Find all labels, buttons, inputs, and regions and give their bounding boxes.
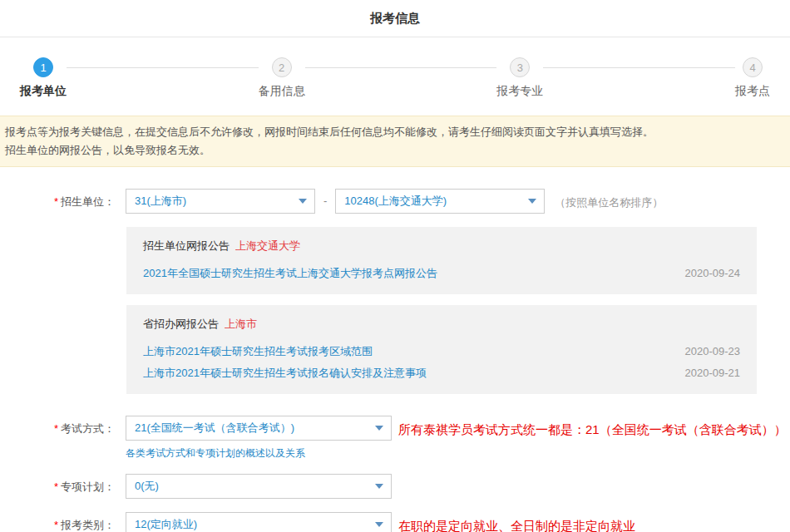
category-label: *报考类别： [0, 512, 115, 532]
required-asterisk: * [54, 195, 58, 208]
notice-link-row: 上海市2021年硕士研究生招生考试报名确认安排及注意事项 2020-09-21 [143, 366, 740, 381]
exam-method-select[interactable]: 21(全国统一考试（含联合考试）) [126, 416, 392, 441]
step-2-label: 备用信息 [259, 84, 305, 99]
province-notice-link-2[interactable]: 上海市2021年硕士研究生招生考试报名确认安排及注意事项 [143, 366, 427, 381]
step-3-indicator: 3 [510, 57, 530, 77]
province-select-value: 31(上海市) [135, 194, 186, 209]
field-row-special-plan: *专项计划： 0(无) [0, 474, 790, 499]
dropdown-caret-icon [299, 199, 307, 204]
step-2-indicator: 2 [272, 57, 292, 77]
school-select-value: 10248(上海交通大学) [344, 194, 447, 209]
field-row-admission-unit: *招生单位： 31(上海市) - 10248(上海交通大学) （按照单位名称排序… [0, 189, 790, 214]
special-plan-select[interactable]: 0(无) [126, 474, 392, 499]
step-3-label: 报考专业 [496, 84, 543, 99]
category-select[interactable]: 12(定向就业) [126, 512, 392, 532]
wizard-stepper: 1 报考单位 2 备用信息 3 报考专业 4 报考点 [0, 37, 790, 111]
dropdown-caret-icon [375, 522, 383, 527]
exam-method-label: *考试方式： [0, 416, 115, 461]
step-4-label: 报考点 [735, 84, 770, 99]
field-row-category: *报考类别： 12(定向就业) 在职的是定向就业、全日制的是非定向就业 硕士生录… [0, 512, 790, 532]
category-select-value: 12(定向就业) [135, 517, 197, 532]
step-connector [543, 67, 735, 68]
step-connector [67, 67, 259, 68]
warning-banner: 报考点等为报考关键信息，在提交信息后不允许修改，网报时间结束后任何信息均不能修改… [0, 116, 790, 167]
step-1-indicator: 1 [33, 57, 53, 77]
unit-separator: - [323, 189, 327, 207]
exam-method-annotation: 所有泰祺学员考试方式统一都是：21（全国统一考试（含联合考试）） [398, 416, 787, 439]
province-notice-title: 省招办网报公告 [143, 318, 219, 330]
notice-link-row: 上海市2021年硕士研究生招生考试报考区域范围 2020-09-23 [143, 344, 740, 359]
notice-date: 2020-09-23 [685, 345, 741, 357]
registration-form: *招生单位： 31(上海市) - 10248(上海交通大学) （按照单位名称排序… [0, 167, 790, 532]
unit-notice-title: 招生单位网报公告 [143, 239, 230, 252]
admission-unit-label: *招生单位： [0, 189, 115, 214]
required-asterisk: * [54, 480, 58, 493]
special-plan-label: *专项计划： [0, 474, 115, 499]
step-1-label: 报考单位 [20, 84, 67, 99]
dropdown-caret-icon [528, 199, 536, 204]
special-plan-select-value: 0(无) [135, 479, 159, 494]
province-notice-box: 省招办网报公告上海市 上海市2021年硕士研究生招生考试报考区域范围 2020-… [126, 305, 757, 394]
dropdown-caret-icon [375, 484, 383, 489]
dropdown-caret-icon [375, 426, 383, 431]
required-asterisk: * [54, 422, 58, 435]
required-asterisk: * [54, 519, 58, 531]
province-select[interactable]: 31(上海市) [126, 189, 315, 214]
exam-method-help-link[interactable]: 各类考试方式和专项计划的概述以及关系 [126, 446, 305, 461]
sort-order-hint: （按照单位名称排序） [555, 189, 663, 210]
unit-notice-highlight: 上海交通大学 [235, 239, 300, 252]
step-report-point: 4 报考点 [735, 57, 770, 99]
notice-link-row: 2021年全国硕士研究生招生考试上海交通大学报考点网报公告 2020-09-24 [143, 266, 740, 281]
unit-notice-link[interactable]: 2021年全国硕士研究生招生考试上海交通大学报考点网报公告 [143, 266, 437, 281]
province-notice-link-1[interactable]: 上海市2021年硕士研究生招生考试报考区域范围 [143, 344, 373, 359]
page-header: 报考信息 [0, 0, 790, 37]
exam-method-select-value: 21(全国统一考试（含联合考试）) [135, 421, 294, 436]
province-notice-highlight: 上海市 [225, 318, 257, 330]
step-backup-info: 2 备用信息 [259, 57, 305, 99]
category-annotation: 在职的是定向就业、全日制的是非定向就业 [398, 512, 635, 532]
step-connector [305, 67, 497, 68]
step-4-indicator: 4 [743, 57, 763, 77]
warning-line-1: 报考点等为报考关键信息，在提交信息后不允许修改，网报时间结束后任何信息均不能修改… [5, 123, 785, 141]
step-report-major: 3 报考专业 [496, 57, 543, 99]
page-title: 报考信息 [370, 11, 420, 27]
notice-date: 2020-09-21 [685, 367, 741, 379]
school-select[interactable]: 10248(上海交通大学) [335, 189, 545, 214]
step-report-unit: 1 报考单位 [20, 57, 67, 99]
warning-line-2: 招生单位的网报公告，以免导致报名无效。 [5, 141, 785, 160]
field-row-exam-method: *考试方式： 21(全国统一考试（含联合考试）) 所有泰祺学员考试方式统一都是：… [0, 416, 790, 461]
notice-date: 2020-09-24 [685, 267, 741, 279]
unit-notice-box: 招生单位网报公告上海交通大学 2021年全国硕士研究生招生考试上海交通大学报考点… [126, 227, 757, 294]
